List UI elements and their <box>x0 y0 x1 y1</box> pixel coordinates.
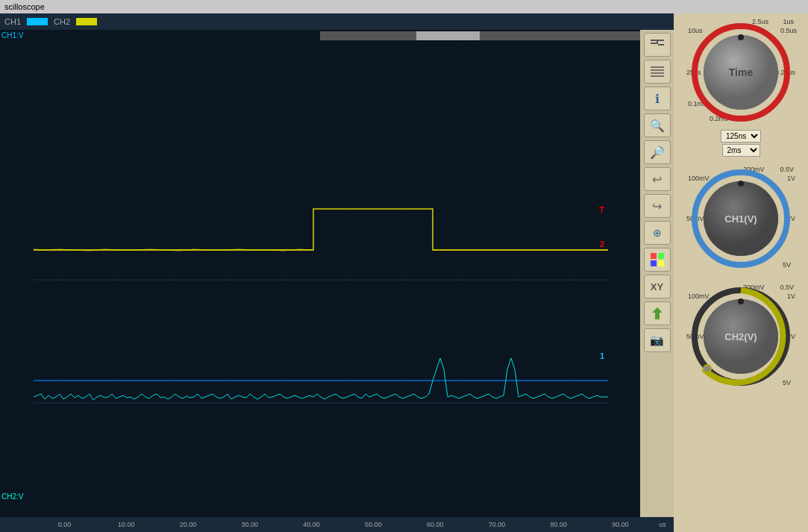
trigger-2-marker: 2 <box>600 240 604 248</box>
x-tick-1: 10.00 <box>95 521 157 528</box>
back-button[interactable]: ↩ <box>644 167 671 191</box>
time-range-dropdown[interactable]: 2ms 5ms 10ms <box>722 144 760 157</box>
xy-button[interactable]: XY <box>644 275 671 298</box>
grid-button[interactable] <box>644 60 671 84</box>
trigger-1-marker: T <box>599 205 604 214</box>
time-knob-section: 2.5us 1us 10us 0.5us 25us 0.25us 0.1ms 0… <box>677 16 804 157</box>
camera-button[interactable]: 📷 <box>644 328 671 352</box>
info-button[interactable]: ℹ <box>644 87 671 110</box>
svg-marker-18 <box>652 307 663 319</box>
x-unit: us <box>651 521 674 528</box>
svg-rect-15 <box>658 253 664 259</box>
export-button[interactable] <box>644 301 671 325</box>
color-button[interactable] <box>644 248 671 272</box>
sample-rate-row: 125ns 250ns 500ns 1us <box>721 130 761 143</box>
x-tick-2: 20.00 <box>157 521 219 528</box>
app-title: scilloscope <box>4 2 45 11</box>
scope-display: CH1:V CH2:V <box>0 30 640 517</box>
sample-rate-dropdown[interactable]: 125ns 250ns 500ns 1us <box>721 130 761 143</box>
svg-rect-9 <box>658 44 664 46</box>
scope-and-toolbar: CH1:V CH2:V <box>0 30 674 517</box>
x-axis: 0.00 10.00 20.00 30.00 40.00 50.00 60.00… <box>0 517 674 532</box>
ch1-header-label: CH1 <box>4 17 21 26</box>
ch2-knob-section: 200mV 0.5V 100mV 1V 50mV 2V 5V <box>677 281 804 392</box>
svg-point-33 <box>738 298 744 304</box>
ch1-channel-marker: 1 <box>600 351 604 360</box>
x-tick-6: 60.00 <box>404 521 466 528</box>
scope-waveform-svg <box>0 30 640 517</box>
x-tick-7: 70.00 <box>466 521 528 528</box>
svg-rect-7 <box>651 43 657 44</box>
ch2-knob-wrapper[interactable]: 200mV 0.5V 100mV 1V 50mV 2V 5V <box>685 281 797 392</box>
main-container: CH1 CH2 CH1:V CH2:V <box>0 13 808 532</box>
oscilloscope-area: CH1 CH2 CH1:V CH2:V <box>0 13 674 532</box>
ch1-knob-section: 200mV 0.5V 100mV 1V 50mV 2V 5V <box>677 163 804 275</box>
zoom-out-button[interactable]: 🔎 <box>644 140 671 164</box>
svg-text:CH2(V): CH2(V) <box>724 331 757 342</box>
ch1-knob-svg: CH1(V) <box>685 163 797 275</box>
ch2-color-indicator <box>76 18 97 25</box>
svg-text:Time: Time <box>729 66 754 78</box>
time-knob-wrapper[interactable]: 2.5us 1us 10us 0.5us 25us 0.25us 0.1ms 0… <box>685 16 797 128</box>
svg-rect-8 <box>657 40 658 44</box>
magnify-button[interactable]: ⊕ <box>644 221 671 245</box>
svg-point-34 <box>704 365 711 372</box>
toolbar: ℹ 🔍 🔎 ↩ ↪ ⊕ <box>640 30 674 517</box>
ch2-header-label: CH2 <box>54 17 70 26</box>
ch1-knob-wrapper[interactable]: 200mV 0.5V 100mV 1V 50mV 2V 5V <box>685 163 797 275</box>
svg-rect-14 <box>651 253 657 259</box>
ch2-knob-svg: CH2(V) <box>685 281 797 392</box>
x-tick-3: 30.00 <box>219 521 281 528</box>
ch1-color-indicator <box>27 18 48 25</box>
svg-rect-16 <box>651 260 657 266</box>
forward-button[interactable]: ↪ <box>644 194 671 218</box>
x-tick-0: 0.00 <box>34 521 95 528</box>
svg-text:CH1(V): CH1(V) <box>724 213 757 225</box>
x-tick-5: 50.00 <box>342 521 404 528</box>
trigger-button[interactable] <box>644 33 671 57</box>
svg-point-23 <box>738 34 744 40</box>
x-tick-8: 80.00 <box>527 521 589 528</box>
svg-point-28 <box>738 181 744 187</box>
svg-rect-0 <box>34 41 608 517</box>
right-panel: 2.5us 1us 10us 0.5us 25us 0.25us 0.1ms 0… <box>674 13 808 532</box>
x-tick-4: 40.00 <box>281 521 342 528</box>
channel-header: CH1 CH2 <box>0 13 674 30</box>
x-tick-9: 90.00 <box>589 521 651 528</box>
time-knob-svg: Time <box>685 16 797 128</box>
svg-rect-17 <box>658 260 664 266</box>
search-button[interactable]: 🔍 <box>644 113 671 137</box>
time-range-row: 2ms 5ms 10ms <box>722 144 760 157</box>
titlebar: scilloscope <box>0 0 808 13</box>
